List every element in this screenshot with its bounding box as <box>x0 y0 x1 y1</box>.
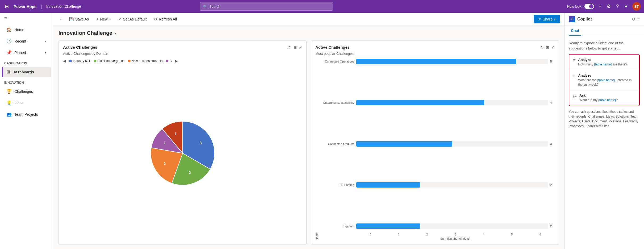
legend-label-3: C <box>169 59 172 63</box>
copilot-refresh-icon[interactable]: ↻ <box>632 17 635 22</box>
search-input[interactable] <box>209 5 330 9</box>
suggestion-icon-0: ≡ <box>573 58 575 63</box>
set-default-button[interactable]: ✓ Set As Default <box>115 15 150 23</box>
sidebar: ≡ 🏠 Home 🕐 Recent ▾ 📌 Pinned ▾ Dashboard… <box>0 13 53 249</box>
bar-fill-1 <box>356 100 484 105</box>
pin-icon: 📌 <box>6 50 12 55</box>
bar-card-header: Active Challenges ↻ ⊞ ⤢ <box>315 45 554 49</box>
legend-item-0: Industry IOT <box>69 59 90 63</box>
app-name: Innovation Challenge <box>46 4 81 9</box>
bar-track-4 <box>356 223 548 229</box>
settings-icon[interactable]: ⚙ <box>605 2 612 10</box>
bar-expand-icon[interactable]: ⤢ <box>551 45 554 49</box>
bar-chart-area: Name Connected Operations 5 <box>315 59 554 240</box>
copilot-tab-chat[interactable]: Chat <box>569 26 581 36</box>
suggestion-link-0[interactable]: [table name] <box>594 63 612 66</box>
share-icon: ↗ <box>538 17 541 21</box>
copilot-suggestion-1[interactable]: ≡ Analyze What are the [table name] I cr… <box>569 70 639 90</box>
refresh-all-button[interactable]: ↻ Refresh All <box>151 15 180 23</box>
suggestion-prefix-1: What are the <box>578 78 597 82</box>
bar-row-3: 3D Printing 2 <box>320 182 554 188</box>
suggestion-body-0: How many [table name] are there? <box>578 62 635 67</box>
plus-icon[interactable]: + <box>597 3 602 10</box>
x-tick-3: 3 <box>441 233 469 236</box>
toolbar: ← 💾 Save As + New ▾ ✓ Set As Default ↻ R… <box>53 13 564 26</box>
copilot-logo-icon: ✦ <box>571 17 573 21</box>
bar-fill-0 <box>356 59 516 64</box>
waffle-icon[interactable]: ⊞ <box>3 2 10 11</box>
sidebar-item-label-recent: Recent <box>14 39 26 43</box>
save-as-icon: 💾 <box>69 17 74 21</box>
suggestion-link-1[interactable]: [table name] <box>597 78 615 82</box>
pie-refresh-icon[interactable]: ↻ <box>288 45 291 49</box>
bar-value-0: 5 <box>550 60 554 63</box>
suggestion-text-1: Analyze What are the [table name] I crea… <box>578 73 635 87</box>
share-chevron-icon: ▾ <box>554 18 556 21</box>
suggestion-suffix-2: ? <box>616 98 618 102</box>
suggestion-icon-1: ≡ <box>573 74 575 78</box>
bar-card-subtitle: Most popular Challenges <box>315 52 554 56</box>
active-challenges-pie-card: Active Challenges ↻ ⊞ ⤢ Active Challenge… <box>58 40 307 245</box>
search-box[interactable]: 🔍 <box>200 2 333 11</box>
suggestion-body-2: What are my [table name]? <box>579 98 635 102</box>
sidebar-item-recent[interactable]: 🕐 Recent ▾ <box>2 36 51 46</box>
save-as-button[interactable]: 💾 Save As <box>66 15 92 23</box>
bar-y-axis-label: Name <box>315 59 319 240</box>
page-title-chevron-icon[interactable]: ▾ <box>114 31 116 35</box>
sidebar-item-label-pinned: Pinned <box>14 51 26 55</box>
avatar[interactable]: ST <box>632 2 641 11</box>
suggestion-link-2[interactable]: [table name] <box>598 98 616 102</box>
bar-refresh-icon[interactable]: ↻ <box>541 45 544 49</box>
copilot-suggestion-2[interactable]: ◎ Ask What are my [table name]? <box>569 90 639 106</box>
legend-prev-icon[interactable]: ◀ <box>63 59 66 63</box>
x-tick-2: 2 <box>413 233 441 236</box>
suggestion-prefix-2: What are my <box>579 98 598 102</box>
copilot-logo: ✦ <box>569 16 575 22</box>
legend-label-0: Industry IOT <box>73 59 90 63</box>
copilot-menu-icon[interactable]: ≡ <box>637 17 640 22</box>
sidebar-item-label-challenges: Challenges <box>14 89 33 94</box>
chevron-down-icon: ▾ <box>45 39 47 43</box>
bar-card-title: Active Challenges <box>315 45 350 49</box>
sidebar-item-home[interactable]: 🏠 Home <box>2 24 51 35</box>
pie-table-icon[interactable]: ⊞ <box>294 45 297 49</box>
sidebar-item-dashboards[interactable]: ⊞ Dashboards <box>2 67 51 77</box>
page-content: Innovation Challenge ▾ Active Challenges… <box>53 26 564 249</box>
dashboards-icon: ⊞ <box>6 69 10 74</box>
legend-next-icon[interactable]: ▶ <box>175 59 178 63</box>
suggestion-prefix-0: How many <box>578 63 594 66</box>
sidebar-item-label-dashboards: Dashboards <box>12 70 34 74</box>
checkmark-icon: ✓ <box>118 17 122 21</box>
suggestion-suffix-0: are there? <box>612 63 627 66</box>
pie-card-header: Active Challenges ↻ ⊞ ⤢ <box>63 45 302 49</box>
suggestion-body-1: What are the [table name] I created in t… <box>578 78 635 87</box>
suggestion-title-0: Analyze <box>578 58 635 62</box>
sidebar-item-challenges[interactable]: 🏆 Challenges <box>2 86 51 97</box>
pie-expand-icon[interactable]: ⤢ <box>299 45 302 49</box>
bar-label-0: Connected Operations <box>320 60 354 63</box>
sidebar-item-team-projects[interactable]: 👥 Team Projects <box>2 109 51 119</box>
new-button[interactable]: + New ▾ <box>93 15 114 23</box>
top-navigation: ⊞ Power Apps | Innovation Challenge 🔍 Ne… <box>0 0 644 13</box>
home-icon: 🏠 <box>6 27 12 32</box>
bar-row-1: Enterprise sustainability 4 <box>320 100 554 105</box>
page-title-row: Innovation Challenge ▾ <box>58 30 559 36</box>
top-nav-right: New look + ⚙ ? ✦ ST <box>567 2 641 11</box>
back-button[interactable]: ← <box>57 15 65 23</box>
new-look-toggle[interactable] <box>584 4 594 9</box>
sidebar-item-ideas[interactable]: 💡 Ideas <box>2 98 51 108</box>
bar-label-3: 3D Printing <box>320 183 354 186</box>
copilot-suggestion-0[interactable]: ≡ Analyze How many [table name] are ther… <box>569 55 639 70</box>
copilot-icon[interactable]: ✦ <box>623 2 629 10</box>
sidebar-item-pinned[interactable]: 📌 Pinned ▾ <box>2 47 51 58</box>
suggestion-text-2: Ask What are my [table name]? <box>579 93 635 102</box>
share-button[interactable]: ↗ Share ▾ <box>534 15 560 23</box>
help-icon[interactable]: ? <box>615 3 620 10</box>
ideas-icon: 💡 <box>6 100 12 105</box>
new-chevron-icon: ▾ <box>109 18 111 21</box>
x-tick-4: 4 <box>470 233 498 236</box>
main-layout: ≡ 🏠 Home 🕐 Recent ▾ 📌 Pinned ▾ Dashboard… <box>0 13 644 249</box>
bar-label-1: Enterprise sustainability <box>320 101 354 104</box>
bar-table-icon[interactable]: ⊞ <box>546 45 549 49</box>
sidebar-collapse-button[interactable]: ≡ <box>0 13 53 24</box>
